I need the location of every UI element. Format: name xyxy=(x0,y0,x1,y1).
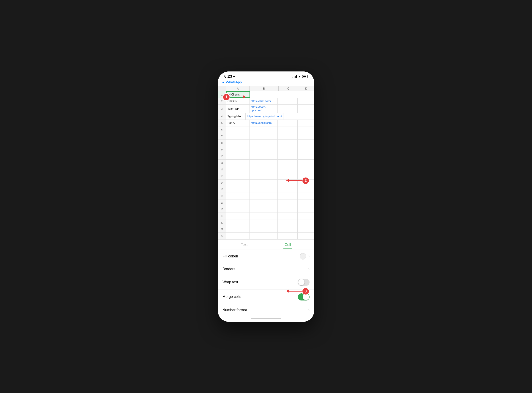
cell-b[interactable] xyxy=(250,226,278,232)
cell-a[interactable] xyxy=(226,146,250,153)
number-format-item[interactable]: Number format › xyxy=(218,304,314,316)
cell-b[interactable] xyxy=(250,206,278,212)
cell-c[interactable] xyxy=(278,219,298,226)
col-header-c[interactable]: C xyxy=(279,86,298,91)
cell-a[interactable]: Team GPT xyxy=(226,105,250,113)
cell-c[interactable] xyxy=(278,120,298,126)
cell-c[interactable] xyxy=(283,113,300,120)
cell-b[interactable] xyxy=(250,166,278,173)
cell-a[interactable] xyxy=(226,173,250,179)
cell-b[interactable] xyxy=(250,146,278,153)
tab-text[interactable]: Text xyxy=(222,240,266,249)
cell-b[interactable] xyxy=(250,186,278,193)
cell-a[interactable]: Typing Mind xyxy=(226,113,246,120)
cell-c[interactable] xyxy=(278,133,298,139)
cell-d[interactable] xyxy=(298,186,314,193)
cell-d[interactable] xyxy=(298,200,314,206)
cell-c[interactable] xyxy=(278,98,298,104)
table-row[interactable]: 11 xyxy=(218,160,314,166)
cell-c[interactable] xyxy=(278,160,298,166)
cell-b[interactable] xyxy=(250,91,278,98)
table-row[interactable]: 10 xyxy=(218,153,314,160)
cell-c[interactable] xyxy=(278,200,298,206)
cell-d[interactable] xyxy=(298,193,314,199)
cell-d[interactable] xyxy=(298,226,314,232)
table-row[interactable]: 20 xyxy=(218,219,314,226)
cell-c[interactable] xyxy=(278,153,298,159)
cell-b[interactable]: https://boltai.com/ xyxy=(250,120,278,126)
back-label[interactable]: ◄ WhatsApp xyxy=(222,80,242,84)
cell-c[interactable] xyxy=(278,213,298,219)
cell-b[interactable] xyxy=(250,193,278,199)
table-row[interactable]: 5 Bolt AI https://boltai.com/ xyxy=(218,120,314,126)
table-row[interactable]: 22 xyxy=(218,233,314,239)
cell-b[interactable] xyxy=(250,233,278,239)
cell-a[interactable] xyxy=(226,133,250,139)
cell-b[interactable]: https://team-gpt.com/ xyxy=(250,105,278,113)
table-row[interactable]: 21 xyxy=(218,226,314,233)
cell-a[interactable] xyxy=(226,140,250,146)
cell-d[interactable] xyxy=(298,146,314,153)
cell-b[interactable] xyxy=(250,140,278,146)
cell-d[interactable] xyxy=(298,120,314,126)
cell-a[interactable]: Bolt AI xyxy=(226,120,250,126)
cell-a[interactable] xyxy=(226,193,250,199)
table-row[interactable]: 17 xyxy=(218,200,314,206)
cell-d[interactable] xyxy=(298,213,314,219)
table-row[interactable]: 6 xyxy=(218,126,314,133)
cell-b[interactable] xyxy=(250,213,278,219)
cell-d[interactable] xyxy=(300,113,314,120)
cell-c[interactable] xyxy=(278,233,298,239)
tab-cell[interactable]: Cell xyxy=(266,240,310,249)
cell-a[interactable] xyxy=(226,200,250,206)
cell-c[interactable] xyxy=(278,91,298,98)
cell-a[interactable] xyxy=(226,186,250,193)
borders-item[interactable]: Borders › xyxy=(218,263,314,275)
cell-b[interactable] xyxy=(250,200,278,206)
table-row[interactable]: 18 xyxy=(218,206,314,213)
table-row[interactable]: 8 xyxy=(218,140,314,146)
cell-d[interactable] xyxy=(298,140,314,146)
cell-a[interactable] xyxy=(226,180,250,186)
cell-c[interactable] xyxy=(278,186,298,193)
cell-c[interactable] xyxy=(278,206,298,212)
cell-d[interactable] xyxy=(298,91,314,98)
table-row[interactable]: 16 xyxy=(218,193,314,200)
fill-colour-item[interactable]: Fill colour › xyxy=(218,249,314,263)
cell-d[interactable] xyxy=(298,206,314,212)
cell-a[interactable] xyxy=(226,160,250,166)
table-row[interactable]: 19 xyxy=(218,213,314,219)
cell-c[interactable] xyxy=(278,140,298,146)
cell-c[interactable] xyxy=(278,166,298,173)
cell-b[interactable] xyxy=(250,219,278,226)
cell-d[interactable] xyxy=(298,160,314,166)
cell-c[interactable] xyxy=(278,146,298,153)
table-row[interactable]: 9 xyxy=(218,146,314,153)
table-row[interactable]: 3 Team GPT https://team-gpt.com/ xyxy=(218,105,314,113)
cell-b[interactable] xyxy=(250,180,278,186)
cell-d[interactable] xyxy=(298,233,314,239)
cell-c[interactable] xyxy=(278,193,298,199)
cell-a[interactable] xyxy=(226,226,250,232)
cell-b[interactable] xyxy=(250,133,278,139)
table-row[interactable]: 7 xyxy=(218,133,314,140)
cell-b[interactable]: https://www.typingmind.com/ xyxy=(246,113,283,120)
cell-a[interactable] xyxy=(226,219,250,226)
spreadsheet[interactable]: A B C D 1 AI Clients 2 ChatGPT https://c… xyxy=(218,86,314,239)
cell-b[interactable] xyxy=(250,160,278,166)
cell-c[interactable] xyxy=(278,126,298,133)
cell-a[interactable] xyxy=(226,233,250,239)
cell-d[interactable] xyxy=(298,98,314,104)
cell-d[interactable] xyxy=(298,153,314,159)
cell-d[interactable] xyxy=(298,105,314,113)
cell-b[interactable] xyxy=(250,126,278,133)
col-header-a[interactable]: A xyxy=(226,86,250,91)
table-row[interactable]: 15 xyxy=(218,186,314,193)
cell-a[interactable] xyxy=(226,213,250,219)
cell-d[interactable] xyxy=(298,166,314,173)
cell-b[interactable] xyxy=(250,153,278,159)
cell-b[interactable]: https://chat.com/ xyxy=(250,98,278,104)
cell-a[interactable] xyxy=(226,166,250,173)
cell-c[interactable] xyxy=(278,105,298,113)
cell-a[interactable] xyxy=(226,153,250,159)
